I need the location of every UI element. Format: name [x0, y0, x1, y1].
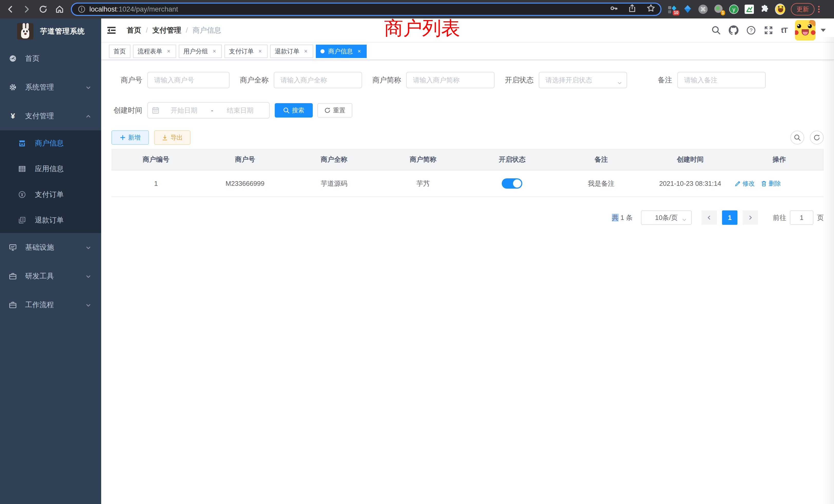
close-icon[interactable]: ×	[166, 48, 172, 55]
browser-profile-emoji-icon[interactable]	[775, 4, 785, 14]
hamburger-icon[interactable]	[106, 25, 116, 36]
site-info-icon[interactable]	[78, 6, 85, 13]
browser-update-button[interactable]: 更新	[791, 3, 814, 16]
yen-icon: ¥	[9, 112, 17, 120]
merchant-no-input[interactable]	[147, 72, 229, 88]
table-row: 1 M233666999 芋道源码 芋艿 我是备注 2021-10-23 08:…	[111, 170, 824, 197]
merchant-name-input[interactable]	[274, 72, 362, 88]
export-button[interactable]: 导出	[154, 130, 191, 145]
remark-input[interactable]	[677, 72, 766, 88]
sidebar-item-pay-order[interactable]: 支付订单	[0, 182, 101, 207]
browser-reload-icon[interactable]	[38, 4, 48, 14]
app-title: 芋道管理系统	[40, 26, 85, 36]
delete-link[interactable]: 删除	[761, 179, 781, 188]
yen-circle-icon	[19, 191, 26, 198]
browser-toolbar: localhost:1024/pay/merchant 10 ⌘ 1	[0, 0, 834, 19]
fullscreen-icon[interactable]	[764, 25, 773, 35]
extension-y-icon[interactable]: y	[729, 4, 739, 14]
github-icon[interactable]	[729, 25, 739, 35]
sidebar-item-merchant-info[interactable]: 商户信息	[0, 130, 101, 156]
create-time-range-picker[interactable]: 开始日期 - 结束日期	[147, 102, 270, 118]
edit-link[interactable]: 修改	[734, 179, 755, 188]
merchant-table: 商户编号 商户号 商户全称 商户简称 开启状态 备注 创建时间 操作 1 M23…	[111, 149, 824, 197]
goto-page-input[interactable]: 1	[790, 210, 813, 225]
refresh-circle-button[interactable]	[810, 131, 824, 144]
search-icon[interactable]	[711, 25, 721, 35]
tab-process-form[interactable]: 流程表单×	[133, 45, 176, 58]
status-select[interactable]: 请选择开启状态	[539, 72, 627, 88]
sidebar-item-devtools[interactable]: 研发工具	[0, 262, 101, 291]
th-status: 开启状态	[467, 155, 557, 164]
user-avatar[interactable]	[795, 20, 815, 41]
pagination-total: 共 1 条	[612, 213, 633, 222]
tab-user-group[interactable]: 用户分组×	[179, 45, 222, 58]
breadcrumb-home[interactable]: 首页	[127, 25, 141, 35]
extension-recorder-icon[interactable]: 1	[713, 4, 724, 14]
sidebar-item-infra[interactable]: 基础设施	[0, 233, 101, 262]
logo-avatar	[17, 23, 34, 40]
password-key-icon[interactable]	[610, 4, 618, 15]
svg-text:?: ?	[749, 27, 752, 33]
svg-text:⌘: ⌘	[700, 6, 706, 13]
th-merchant-name: 商户全称	[290, 155, 379, 164]
cell-merchant-name: 芋道源码	[290, 179, 379, 188]
close-icon[interactable]: ×	[303, 48, 309, 55]
close-icon[interactable]: ×	[257, 48, 263, 55]
close-icon[interactable]: ×	[212, 48, 217, 55]
browser-menu-icon[interactable]	[818, 6, 820, 13]
filter-label-merchant-name: 商户全称	[240, 75, 269, 85]
sidebar-item-workflow[interactable]: 工作流程	[0, 291, 101, 319]
prev-page-button[interactable]	[702, 210, 717, 225]
merchant-short-input[interactable]	[406, 72, 495, 88]
tab-home[interactable]: 首页	[109, 45, 130, 58]
navbar-actions: ? tT	[704, 20, 834, 41]
breadcrumb-pay[interactable]: 支付管理	[153, 25, 181, 35]
extension-doc-icon[interactable]	[744, 4, 754, 14]
end-date-placeholder: 结束日期	[215, 106, 265, 115]
search-button[interactable]: 搜索	[275, 103, 313, 117]
extensions-puzzle-icon[interactable]	[760, 4, 770, 14]
bookmark-star-icon[interactable]	[646, 4, 655, 15]
status-toggle[interactable]	[502, 178, 522, 189]
browser-back-icon[interactable]	[5, 4, 16, 14]
font-size-icon[interactable]: tT	[781, 26, 787, 35]
page-size-select[interactable]: 10条/页	[641, 210, 692, 225]
content: 商户号 商户全称 商户简称 开启状态 请选择开启状态	[101, 60, 834, 225]
sidebar-item-pay[interactable]: ¥ 支付管理	[0, 101, 101, 130]
caret-down-icon[interactable]	[821, 29, 826, 32]
sidebar-submenu-pay: 商户信息 应用信息 支付订单	[0, 130, 101, 233]
breadcrumb-current: 商户信息	[193, 25, 221, 35]
extension-badge-count: 10	[673, 10, 679, 16]
close-icon[interactable]: ×	[356, 48, 362, 55]
sidebar-item-refund-order[interactable]: 退款订单	[0, 207, 101, 233]
add-button[interactable]: 新增	[111, 130, 149, 145]
sidebar-item-home[interactable]: 首页	[0, 44, 101, 73]
extension-command-icon[interactable]: ⌘	[698, 4, 708, 14]
reset-button[interactable]: 重置	[317, 103, 352, 117]
table-header-row: 商户编号 商户号 商户全称 商户简称 开启状态 备注 创建时间 操作	[111, 149, 824, 170]
extension-kite-icon[interactable]	[682, 4, 693, 14]
sidebar-logo[interactable]: 芋道管理系统	[0, 19, 101, 44]
next-page-button[interactable]	[743, 210, 758, 225]
tab-pay-order[interactable]: 支付订单×	[224, 45, 267, 58]
address-bar[interactable]: localhost:1024/pay/merchant	[71, 3, 661, 16]
cell-merchant-id: 1	[111, 180, 200, 188]
browser-home-icon[interactable]	[54, 4, 65, 14]
tab-refund-order[interactable]: 退款订单×	[270, 45, 313, 58]
cell-actions: 修改 删除	[734, 179, 824, 188]
help-icon[interactable]: ?	[746, 25, 756, 35]
browser-forward-icon[interactable]	[22, 4, 32, 14]
sidebar-item-system[interactable]: 系统管理	[0, 73, 101, 101]
cell-merchant-short: 芋艿	[378, 179, 467, 188]
tab-merchant-info[interactable]: 商户信息×	[316, 45, 367, 58]
th-merchant-id: 商户编号	[111, 155, 200, 164]
show-search-circle-button[interactable]	[790, 131, 804, 144]
page-1-button[interactable]: 1	[722, 210, 738, 225]
start-date-placeholder: 开始日期	[159, 106, 209, 115]
chevron-down-icon	[617, 78, 621, 82]
sidebar-item-app-info[interactable]: 应用信息	[0, 156, 101, 182]
briefcase-icon	[9, 273, 17, 280]
extension-devtools-icon[interactable]: 10	[667, 4, 677, 14]
browser-extensions: 10 ⌘ 1 y	[667, 4, 785, 14]
share-icon[interactable]	[628, 4, 636, 14]
